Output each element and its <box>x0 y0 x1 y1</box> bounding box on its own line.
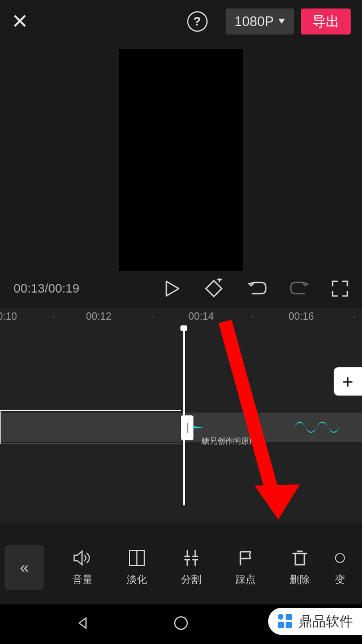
fade-icon <box>128 549 145 567</box>
volume-icon <box>73 549 92 567</box>
close-button[interactable]: ✕ <box>11 10 28 33</box>
svg-rect-9 <box>286 614 292 620</box>
tool-label: 踩点 <box>235 573 256 586</box>
tool-change[interactable]: 变 <box>327 549 353 586</box>
watermark-badge: 鼎品软件 <box>268 608 362 635</box>
tool-label: 删除 <box>290 573 310 586</box>
chevron-down-icon <box>278 19 285 24</box>
edit-toolbar: « 音量 淡化 分割 踩点 <box>0 539 362 596</box>
svg-point-5 <box>335 553 344 563</box>
video-canvas[interactable] <box>119 49 243 271</box>
nav-back-button[interactable] <box>76 616 89 632</box>
tool-label: 分割 <box>181 573 201 586</box>
time-ruler: 0:10 · 00:12 · 00:14 · 00:16 · <box>0 308 362 313</box>
delete-icon <box>292 549 308 567</box>
watermark-text: 鼎品软件 <box>299 612 353 630</box>
svg-point-6 <box>175 617 187 629</box>
split-icon <box>183 549 200 567</box>
tool-label: 变 <box>335 573 345 586</box>
add-clip-button[interactable]: + <box>334 367 362 396</box>
tool-fade[interactable]: 淡化 <box>110 549 164 586</box>
redo-button[interactable] <box>290 280 309 297</box>
tool-label: 淡化 <box>127 573 147 586</box>
fullscreen-button[interactable] <box>331 280 348 297</box>
export-label: 导出 <box>312 12 339 31</box>
undo-button[interactable] <box>248 280 267 297</box>
nav-home-button[interactable] <box>174 616 188 633</box>
ruler-mark: 00:14 <box>188 311 214 323</box>
tool-split[interactable]: 分割 <box>164 549 218 586</box>
playback-controls: 00:13/00:19 <box>0 269 362 308</box>
selected-clip[interactable] <box>0 410 181 444</box>
svg-rect-11 <box>286 622 292 628</box>
tool-delete[interactable]: 删除 <box>273 549 327 586</box>
timeline-area[interactable]: 0:10 · 00:12 · 00:14 · 00:16 · 糖兄创作的原声 + <box>0 308 362 523</box>
help-button[interactable]: ? <box>187 11 208 32</box>
ruler-mark: 00:16 <box>288 311 314 323</box>
clip-title: 糖兄创作的原声 <box>201 436 257 446</box>
tool-beat[interactable]: 踩点 <box>218 549 273 586</box>
beat-icon <box>238 549 253 567</box>
video-preview-area <box>0 42 362 269</box>
resolution-value: 1080P <box>235 14 274 29</box>
resolution-select[interactable]: 1080P <box>226 8 294 35</box>
change-icon <box>334 549 346 567</box>
ruler-mark: 00:12 <box>86 311 111 323</box>
keyframe-button[interactable] <box>202 278 225 299</box>
ruler-mark: 0:10 <box>0 311 17 323</box>
tool-volume[interactable]: 音量 <box>55 549 110 586</box>
top-bar: ✕ ? 1080P 导出 <box>0 0 362 42</box>
playhead[interactable] <box>183 329 185 505</box>
svg-point-8 <box>278 614 283 620</box>
timecode-display: 00:13/00:19 <box>14 281 79 296</box>
toolbar-back-button[interactable]: « <box>5 545 44 590</box>
watermark-logo-icon <box>276 612 294 630</box>
tool-label: 音量 <box>72 573 93 586</box>
export-button[interactable]: 导出 <box>301 8 351 35</box>
svg-rect-10 <box>278 622 284 628</box>
play-button[interactable] <box>165 280 180 297</box>
